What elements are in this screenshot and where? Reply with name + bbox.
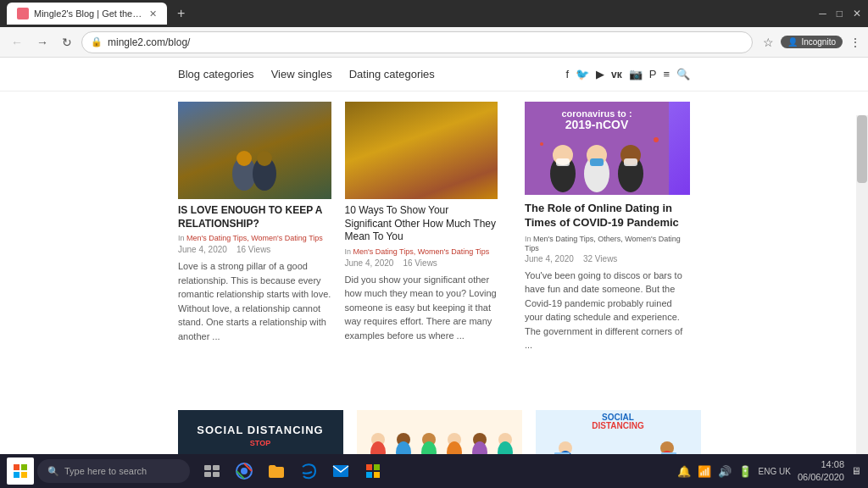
star-icon[interactable]: ☆ [763, 36, 774, 49]
article-1-cat-link[interactable]: Men's Dating Tips, Women's Dating Tips [186, 234, 323, 242]
taskbar-right: 🔔 📶 🔊 🔋 ENG UK 14:08 06/06/2020 🖥 [677, 458, 861, 485]
forward-button[interactable]: → [32, 34, 53, 51]
svg-point-3 [257, 151, 272, 166]
svg-rect-76 [374, 472, 380, 478]
mail-app[interactable] [326, 456, 356, 486]
twitter-icon[interactable]: 🐦 [576, 68, 589, 80]
svg-rect-66 [204, 465, 211, 470]
svg-point-17 [540, 142, 543, 146]
incognito-label: Incognito [801, 37, 836, 47]
url-text: mingle2.com/blog/ [108, 36, 190, 48]
taskbar-time-value: 14:08 [798, 458, 844, 471]
article-2-title[interactable]: 10 Ways To Show Your Significant Other H… [345, 204, 498, 244]
article-2-image[interactable] [345, 102, 498, 199]
tab-title: Mingle2's Blog | Get the best ti... [34, 8, 144, 19]
svg-rect-62 [14, 464, 19, 470]
svg-rect-74 [374, 464, 380, 470]
svg-rect-75 [366, 472, 372, 478]
store-app[interactable] [358, 456, 388, 486]
taskbar: 🔍 Type here to search 🔔 📶 🔊 🔋 ENG UK 14:… [0, 454, 868, 488]
svg-text:STOP: STOP [250, 439, 270, 447]
svg-point-16 [654, 137, 659, 142]
facebook-icon[interactable]: f [565, 68, 569, 80]
svg-text:DISTANCING: DISTANCING [592, 421, 644, 430]
new-tab-button[interactable]: + [174, 6, 188, 21]
start-button[interactable] [7, 458, 34, 485]
scrollbar-track[interactable] [856, 115, 868, 488]
menu-dots-icon[interactable]: ≡ [663, 68, 670, 80]
folder-app[interactable] [261, 456, 292, 486]
svg-rect-69 [213, 472, 220, 477]
youtube-icon[interactable]: ▶ [596, 68, 604, 80]
sidebar-article: coronavirus to : 2019-nCOV [525, 102, 690, 352]
incognito-badge: 👤 Incognito [781, 36, 843, 48]
sidebar-article-date: June 4, 2020 [525, 254, 574, 263]
language-indicator: ENG UK [759, 466, 791, 477]
article-1-meta: June 4, 2020 16 Views [178, 245, 331, 254]
taskbar-datetime[interactable]: 14:08 06/06/2020 [798, 458, 844, 485]
sidebar-cat-link[interactable]: Men's Dating Tips, Others, Women's Datin… [525, 235, 681, 252]
sidebar-article-image[interactable]: coronavirus to : 2019-nCOV [525, 102, 690, 195]
scrollbar-thumb[interactable] [857, 115, 867, 183]
battery-icon[interactable]: 🔋 [738, 465, 752, 478]
tab-favicon [17, 8, 29, 19]
svg-rect-15 [624, 158, 637, 166]
show-desktop-button[interactable]: 🖥 [851, 465, 861, 477]
sidebar-article-excerpt: You've been going to discos or bars to h… [525, 269, 690, 352]
article-1-image[interactable] [178, 102, 331, 199]
dating-categories-link[interactable]: Dating categories [349, 68, 435, 80]
sidebar-article-meta: June 4, 2020 32 Views [525, 254, 690, 263]
edge-app[interactable] [293, 456, 324, 486]
maximize-button[interactable]: □ [837, 8, 843, 19]
article-card-2: 10 Ways To Show Your Significant Other H… [345, 102, 498, 396]
minimize-button[interactable]: ─ [819, 8, 826, 19]
active-tab[interactable]: Mingle2's Blog | Get the best ti... ✕ [7, 3, 167, 25]
search-icon[interactable]: 🔍 [676, 68, 690, 80]
article-2-cat-link[interactable]: Men's Dating Tips, Women's Dating Tips [353, 247, 490, 256]
speaker-icon[interactable]: 🔊 [718, 465, 732, 478]
taskbar-search[interactable]: 🔍 Type here to search [37, 459, 190, 483]
sidebar-article-views: 32 Views [583, 254, 617, 263]
article-2-meta: June 4, 2020 16 Views [345, 258, 498, 268]
article-2-categories: In Men's Dating Tips, Women's Dating Tip… [345, 247, 498, 256]
browser-toolbar: ← → ↻ 🔒 mingle2.com/blog/ ☆ 👤 Incognito … [0, 27, 868, 58]
blog-area: IS LOVE ENOUGH TO KEEP A RELATIONSHIP? I… [0, 92, 868, 407]
close-button[interactable]: ✕ [853, 8, 861, 19]
sidebar-article-title[interactable]: The Role of Online Dating in Times of CO… [525, 202, 690, 230]
toolbar-right: ☆ 👤 Incognito ⋮ [763, 36, 861, 49]
address-bar[interactable]: 🔒 mingle2.com/blog/ [81, 31, 753, 53]
back-button[interactable]: ← [7, 34, 27, 51]
instagram-icon[interactable]: 📷 [629, 68, 643, 80]
taskbar-date-value: 06/06/2020 [798, 471, 844, 484]
vk-icon[interactable]: vк [611, 69, 622, 80]
article-2-views: 16 Views [403, 258, 437, 268]
svg-rect-67 [213, 465, 220, 470]
reload-button[interactable]: ↻ [58, 34, 76, 51]
svg-rect-72 [333, 465, 348, 477]
wifi-icon[interactable]: 📶 [698, 465, 711, 478]
view-singles-link[interactable]: View singles [271, 68, 332, 80]
blog-categories-link[interactable]: Blog categories [178, 68, 254, 80]
article-1-views: 16 Views [236, 245, 270, 254]
article-2-excerpt: Did you show your significant other how … [345, 273, 498, 343]
svg-text:SOCIAL DISTANCING: SOCIAL DISTANCING [197, 424, 323, 436]
social-icons: f 🐦 ▶ vк 📷 P ≡ 🔍 [565, 68, 690, 80]
sidebar-article-categories: In Men's Dating Tips, Others, Women's Da… [525, 234, 690, 252]
tab-close-button[interactable]: ✕ [149, 8, 157, 19]
nav-links: Blog categories View singles Dating cate… [178, 68, 435, 80]
article-2-date: June 4, 2020 [345, 258, 394, 268]
svg-point-71 [241, 468, 248, 474]
page-content: Blog categories View singles Dating cate… [0, 58, 868, 488]
article-1-categories: In Men's Dating Tips, Women's Dating Tip… [178, 233, 331, 242]
article-1-title[interactable]: IS LOVE ENOUGH TO KEEP A RELATIONSHIP? [178, 204, 331, 230]
taskview-button[interactable] [197, 456, 227, 486]
svg-rect-12 [590, 158, 604, 166]
site-navigation: Blog categories View singles Dating cate… [0, 58, 868, 92]
chrome-app[interactable] [229, 456, 259, 486]
svg-rect-9 [556, 158, 570, 166]
pinterest-icon[interactable]: P [649, 68, 657, 80]
menu-icon[interactable]: ⋮ [849, 36, 861, 49]
svg-rect-68 [204, 472, 211, 477]
notification-icon[interactable]: 🔔 [677, 465, 691, 478]
article-1-date: June 4, 2020 [178, 245, 227, 254]
